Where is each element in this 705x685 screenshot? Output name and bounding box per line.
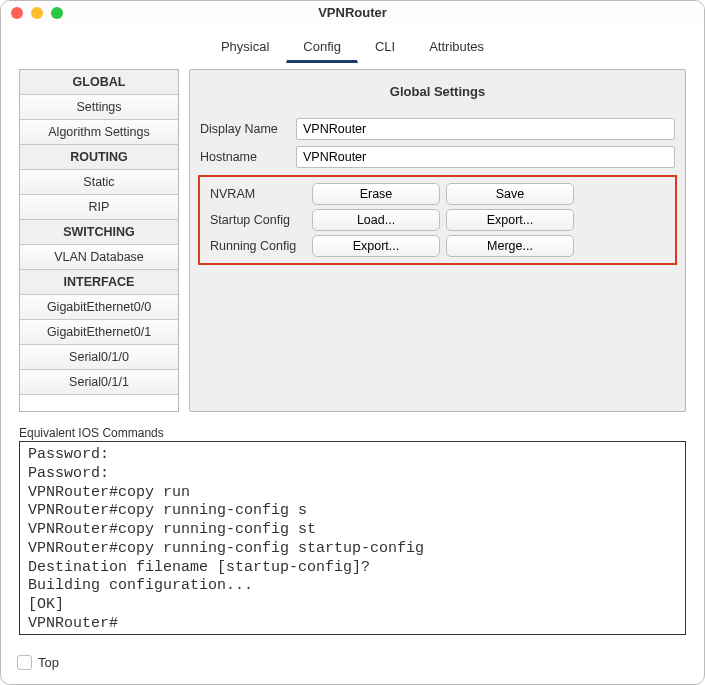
ios-commands-label: Equivalent IOS Commands: [19, 426, 686, 440]
hostname-input[interactable]: [296, 146, 675, 168]
hostname-row: Hostname: [190, 143, 685, 171]
sidebar-item-settings[interactable]: Settings: [20, 95, 178, 120]
sidebar: GLOBAL Settings Algorithm Settings ROUTI…: [19, 69, 179, 412]
main-content: GLOBAL Settings Algorithm Settings ROUTI…: [1, 63, 704, 424]
running-config-row: Running Config Export... Merge...: [202, 233, 673, 259]
running-config-label: Running Config: [210, 239, 306, 253]
sidebar-header-interface: INTERFACE: [20, 270, 178, 295]
top-checkbox[interactable]: [17, 655, 32, 670]
window-controls: [11, 7, 63, 19]
sidebar-header-switching: SWITCHING: [20, 220, 178, 245]
sidebar-header-global: GLOBAL: [20, 70, 178, 95]
hostname-label: Hostname: [200, 150, 292, 164]
running-export-button[interactable]: Export...: [312, 235, 440, 257]
top-checkbox-label: Top: [38, 655, 59, 670]
startup-config-row: Startup Config Load... Export...: [202, 207, 673, 233]
window-title: VPNRouter: [1, 5, 704, 20]
tab-physical[interactable]: Physical: [204, 32, 286, 63]
zoom-icon[interactable]: [51, 7, 63, 19]
tab-cli[interactable]: CLI: [358, 32, 412, 63]
startup-load-button[interactable]: Load...: [312, 209, 440, 231]
minimize-icon[interactable]: [31, 7, 43, 19]
sidebar-item-serial010[interactable]: Serial0/1/0: [20, 345, 178, 370]
ios-section: Equivalent IOS Commands Password: Passwo…: [1, 424, 704, 645]
nvram-save-button[interactable]: Save: [446, 183, 574, 205]
settings-panel: Global Settings Display Name Hostname NV…: [189, 69, 686, 412]
running-merge-button[interactable]: Merge...: [446, 235, 574, 257]
footer: Top: [1, 645, 704, 684]
sidebar-item-ge00[interactable]: GigabitEthernet0/0: [20, 295, 178, 320]
ios-commands-output[interactable]: Password: Password: VPNRouter#copy run V…: [19, 441, 686, 635]
display-name-label: Display Name: [200, 122, 292, 136]
close-icon[interactable]: [11, 7, 23, 19]
sidebar-item-static[interactable]: Static: [20, 170, 178, 195]
panel-title: Global Settings: [190, 70, 685, 115]
sidebar-item-ge01[interactable]: GigabitEthernet0/1: [20, 320, 178, 345]
app-window: VPNRouter Physical Config CLI Attributes…: [0, 0, 705, 685]
sidebar-item-serial011[interactable]: Serial0/1/1: [20, 370, 178, 395]
nvram-label: NVRAM: [210, 187, 306, 201]
tab-bar: Physical Config CLI Attributes: [1, 24, 704, 63]
startup-config-label: Startup Config: [210, 213, 306, 227]
sidebar-header-routing: ROUTING: [20, 145, 178, 170]
sidebar-item-algorithm-settings[interactable]: Algorithm Settings: [20, 120, 178, 145]
highlighted-config-box: NVRAM Erase Save Startup Config Load... …: [198, 175, 677, 265]
display-name-row: Display Name: [190, 115, 685, 143]
display-name-input[interactable]: [296, 118, 675, 140]
titlebar: VPNRouter: [1, 1, 704, 24]
nvram-erase-button[interactable]: Erase: [312, 183, 440, 205]
tab-attributes[interactable]: Attributes: [412, 32, 501, 63]
nvram-row: NVRAM Erase Save: [202, 181, 673, 207]
tab-config[interactable]: Config: [286, 32, 358, 63]
sidebar-gap: [20, 395, 178, 411]
sidebar-item-vlan-database[interactable]: VLAN Database: [20, 245, 178, 270]
startup-export-button[interactable]: Export...: [446, 209, 574, 231]
sidebar-item-rip[interactable]: RIP: [20, 195, 178, 220]
